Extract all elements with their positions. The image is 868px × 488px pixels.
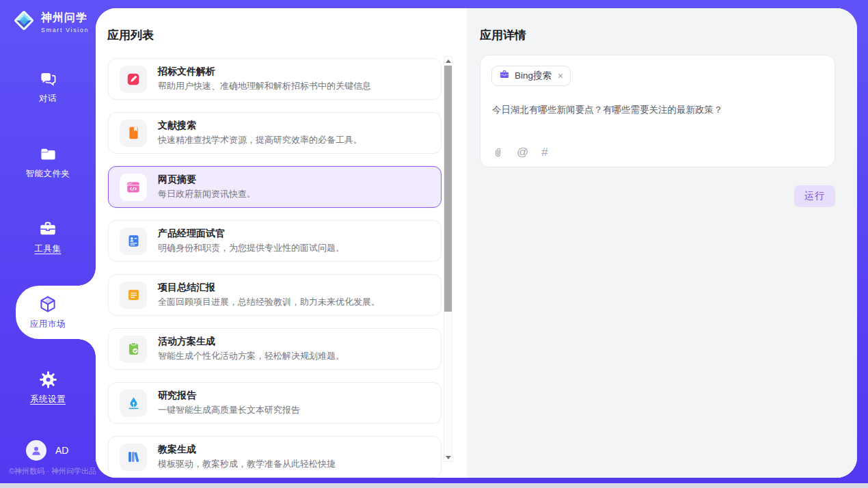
resume-icon (120, 228, 147, 255)
scrollbar-thumb[interactable] (444, 66, 452, 312)
app-list-panel: 应用列表 招标文件解析 帮助用户快速、准确地理解和解析招标书中的关键信息 文献搜… (96, 8, 467, 478)
brand-logo: 神州问学 Smart Vision (12, 9, 89, 35)
app-detail-panel: 应用详情 Bing搜索 × 今日湖北有哪些新闻要点？有哪些需要关注的最新政策？ (467, 8, 857, 478)
sidebar: 神州问学 Smart Vision 对话 智能文件夹 工具集 应用市场 系统设置… (0, 0, 96, 483)
scroll-down-icon[interactable] (444, 453, 452, 461)
sidebar-item-toolbox[interactable]: 工具集 (0, 200, 96, 275)
scrollbar[interactable] (444, 56, 452, 462)
paperclip-icon[interactable] (492, 146, 504, 159)
user-initials: AD (55, 445, 68, 456)
brand-name: 神州问学 (41, 11, 89, 25)
brand-subtitle: Smart Vision (41, 27, 89, 33)
sidebar-item-market[interactable]: 应用市场 (0, 275, 96, 350)
scroll-up-icon[interactable] (444, 57, 452, 65)
cube-icon (38, 295, 57, 314)
query-input[interactable]: 今日湖北有哪些新闻要点？有哪些需要关注的最新政策？ (492, 103, 824, 117)
app-detail-title: 应用详情 (480, 27, 526, 43)
app-card[interactable]: 研究报告 一键智能生成高质量长文本研究报告 (108, 382, 442, 424)
run-button[interactable]: 运行 (794, 185, 835, 207)
tool-chip-bing-search[interactable]: Bing搜索 × (491, 66, 571, 86)
main-content: 应用列表 招标文件解析 帮助用户快速、准确地理解和解析招标书中的关键信息 文献搜… (96, 8, 857, 478)
query-toolbar: @ # (492, 146, 547, 159)
app-card[interactable]: 项目总结汇报 全面回顾项目进展，总结经验教训，助力未来优化发展。 (108, 274, 442, 316)
book-icon (120, 120, 147, 147)
note-icon (120, 282, 147, 309)
diamond-logo-icon (12, 9, 36, 35)
sidebar-item-settings[interactable]: 系统设置 (0, 350, 96, 425)
books-icon (120, 444, 147, 471)
chat-icon (38, 69, 57, 88)
browser-icon (120, 174, 147, 201)
pen-square-icon (120, 66, 147, 93)
app-card-list: 招标文件解析 帮助用户快速、准确地理解和解析招标书中的关键信息 文献搜索 快速精… (108, 58, 442, 478)
briefcase-icon (38, 219, 57, 239)
app-card[interactable]: 招标文件解析 帮助用户快速、准确地理解和解析招标书中的关键信息 (108, 58, 442, 100)
app-card[interactable]: 文献搜索 快速精准查找学术资源，提高研究效率的必备工具。 (108, 112, 442, 154)
app-card[interactable]: 教案生成 模板驱动，教案秒成，教学准备从此轻松快捷 (108, 436, 442, 478)
at-sign-icon[interactable]: @ (517, 146, 528, 159)
app-card[interactable]: 产品经理面试官 明确身份和职责，为您提供专业性的面试问题。 (108, 220, 442, 262)
window-bottom-strip (0, 483, 868, 488)
sidebar-item-chat[interactable]: 对话 (0, 49, 96, 124)
query-card: Bing搜索 × 今日湖北有哪些新闻要点？有哪些需要关注的最新政策？ @ # (480, 55, 835, 167)
gear-icon (38, 370, 57, 389)
copyright-footer: ©神州数码 · 神州问学出品 (9, 466, 96, 476)
app-card[interactable]: 活动方案生成 智能生成个性化活动方案，轻松解决规划难题。 (108, 328, 442, 370)
user-profile[interactable]: AD (26, 440, 68, 461)
pen-nib-icon (120, 390, 147, 417)
clipboard-check-icon (120, 336, 147, 363)
hash-icon[interactable]: # (541, 146, 547, 159)
app-card[interactable]: 网页摘要 每日政府新闻资讯快查。 (108, 166, 442, 208)
close-icon[interactable]: × (558, 71, 563, 81)
briefcase-icon (499, 69, 510, 83)
app-list-title: 应用列表 (107, 27, 154, 43)
sidebar-nav: 对话 智能文件夹 工具集 应用市场 系统设置 (0, 49, 96, 425)
run-button-row: 运行 (480, 185, 835, 207)
sidebar-item-folders[interactable]: 智能文件夹 (0, 124, 96, 200)
folder-icon (38, 144, 57, 163)
tool-chip-label: Bing搜索 (515, 70, 552, 82)
avatar (26, 440, 46, 461)
